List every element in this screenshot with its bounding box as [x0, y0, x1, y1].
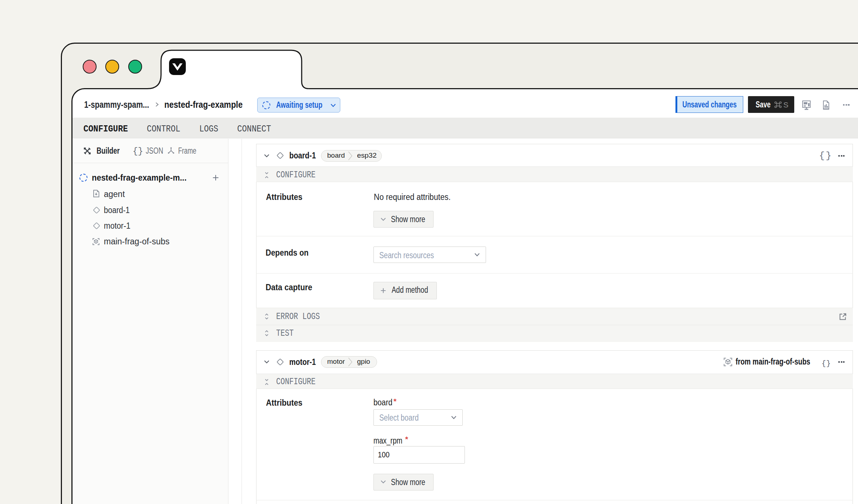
svg-text:S: S — [783, 101, 788, 109]
